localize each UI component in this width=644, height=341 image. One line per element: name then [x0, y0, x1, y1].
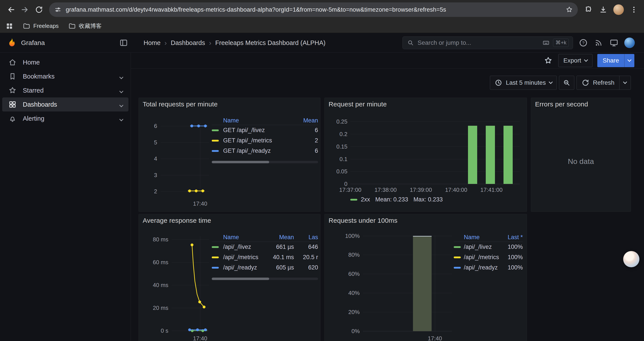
favorite-star-button[interactable]	[543, 55, 554, 66]
legend-name-header[interactable]: Name	[223, 117, 298, 124]
url-bar[interactable]: grafana.mathmast.com/d/deytv4rwavabkb/fr…	[49, 3, 578, 17]
refresh-split-button: Refresh	[576, 76, 631, 90]
legend-row[interactable]: /api/_/readyz 605 µs 620	[212, 262, 318, 273]
legend-row[interactable]: /api/_/livez 100%	[454, 242, 523, 252]
series-color-dash	[212, 140, 219, 142]
chevron-down-icon	[549, 80, 552, 84]
legend-row[interactable]: /api/_/livez 661 µs 646	[212, 242, 318, 252]
series-color-dash	[454, 267, 461, 269]
export-label: Export	[563, 57, 581, 64]
y-axis-tick: 0%	[325, 327, 360, 335]
x-axis-tick: 17:40	[182, 335, 218, 341]
sidebar-item-alerting[interactable]: Alerting	[2, 112, 128, 126]
news-button[interactable]	[594, 38, 604, 48]
y-axis-tick: 40%	[325, 289, 360, 296]
share-dropdown-button[interactable]	[624, 54, 634, 67]
browser-forward-button[interactable]	[18, 3, 32, 17]
series-mean: 6	[298, 127, 318, 134]
sidebar-item-dashboards[interactable]: Dashboards	[2, 97, 128, 112]
chevron-down-icon[interactable]	[120, 101, 123, 108]
chevron-down-icon	[623, 80, 627, 84]
refresh-button[interactable]: Refresh	[577, 76, 619, 90]
apps-grid-icon[interactable]	[6, 22, 13, 30]
keyboard-icon	[542, 39, 550, 46]
sidebar-toggle-button[interactable]	[119, 38, 128, 48]
panel-title[interactable]: Requests under 100ms	[328, 217, 398, 224]
bookmark-folder-freeleaps[interactable]: Freeleaps	[23, 22, 59, 30]
x-axis-tick: 17:40	[417, 335, 452, 341]
user-avatar[interactable]	[624, 38, 635, 48]
legend-scrollbar[interactable]	[212, 278, 318, 280]
panel-title[interactable]: Errors per second	[535, 101, 588, 108]
url-text: grafana.mathmast.com/d/deytv4rwavabkb/fr…	[66, 6, 566, 13]
star-icon	[8, 86, 17, 95]
sidebar-item-home[interactable]: Home	[2, 55, 128, 69]
legend-row[interactable]: /api/_/readyz 100%	[454, 262, 523, 273]
legend-scrollbar-thumb[interactable]	[212, 161, 269, 163]
chevron-down-icon[interactable]	[120, 87, 123, 94]
x-axis-tick: 17:41:00	[474, 186, 509, 193]
legend-row[interactable]: /api/_/metrics 100%	[454, 252, 523, 262]
browser-back-button[interactable]	[4, 3, 18, 17]
browser-menu-button[interactable]	[628, 4, 640, 16]
share-button[interactable]: Share	[597, 54, 624, 67]
sidebar-item-starred[interactable]: Starred	[2, 83, 128, 97]
help-icon: ?	[579, 38, 588, 47]
legend-scrollbar-thumb[interactable]	[212, 278, 269, 280]
legend: Name Mean GET /api/_/livez 6 GET /api/_/…	[212, 116, 318, 163]
legend-name-header[interactable]: Name	[223, 234, 268, 241]
legend-mean-header[interactable]: Mean	[298, 117, 318, 124]
export-button[interactable]: Export	[558, 54, 592, 67]
bookmark-label: Freeleaps	[33, 23, 59, 30]
display-button[interactable]	[609, 38, 619, 48]
series-color-dash	[212, 129, 219, 131]
legend-row[interactable]: /api/_/metrics 40.1 ms 20.5 r	[212, 252, 318, 262]
grafana-header: Grafana Home Dashboards Freeleaps Metric…	[0, 33, 644, 53]
brand-title: Grafana	[21, 33, 45, 53]
legend-last-header[interactable]: Las	[298, 234, 318, 241]
browser-profile-avatar[interactable]	[613, 5, 624, 15]
grafana-logo[interactable]	[6, 38, 17, 48]
chevron-down-icon[interactable]	[120, 115, 123, 122]
legend-row[interactable]: GET /api/_/livez 6	[212, 125, 318, 135]
assistant-avatar[interactable]	[623, 251, 640, 267]
puzzle-icon	[584, 6, 592, 14]
browser-reload-button[interactable]	[32, 3, 46, 17]
legend-last-header[interactable]: Last *	[504, 234, 523, 241]
legend-mean-header[interactable]: Mean	[268, 234, 294, 241]
zoom-out-button[interactable]	[559, 76, 574, 90]
chevron-down-icon[interactable]	[120, 73, 123, 80]
search-bar[interactable]: ⌘+k	[402, 37, 573, 49]
bookmark-star-icon[interactable]	[566, 6, 573, 14]
panel-errors-per-second: Errors per second No data	[531, 98, 631, 212]
bell-icon	[8, 114, 17, 123]
y-axis-tick: 0.2	[325, 131, 348, 138]
x-axis-tick: 17:37:00	[333, 186, 368, 193]
legend-name-header[interactable]: Name	[464, 234, 504, 241]
legend-row[interactable]: GET /api/_/readyz 6	[212, 146, 318, 156]
series-mean: 6	[298, 147, 318, 154]
time-range-button[interactable]: Last 5 minutes	[490, 76, 557, 90]
search-input[interactable]	[418, 39, 539, 46]
refresh-interval-button[interactable]	[619, 76, 631, 90]
legend-row[interactable]: GET /api/_/metrics 2	[212, 135, 318, 146]
legend-scrollbar[interactable]	[212, 161, 318, 163]
series-color-dash	[212, 267, 219, 269]
sidebar-item-bookmarks[interactable]: Bookmarks	[2, 69, 128, 83]
bar-2xx	[486, 126, 495, 184]
chevron-down-icon	[627, 58, 631, 62]
downloads-button[interactable]	[597, 4, 609, 16]
panel-title[interactable]: Request per minute	[328, 101, 387, 108]
breadcrumb-separator	[209, 39, 211, 47]
download-icon	[599, 6, 608, 14]
series-mean: 40.1 ms	[268, 254, 294, 261]
dock-sidebar-icon	[119, 38, 128, 47]
y-axis-tick: 0.05	[325, 168, 348, 175]
series-name[interactable]: 2xx	[361, 196, 370, 203]
breadcrumb-home[interactable]: Home	[144, 39, 160, 47]
bookmark-folder-blog[interactable]: 收藏博客	[68, 22, 102, 30]
breadcrumb-dashboards[interactable]: Dashboards	[171, 39, 205, 47]
site-settings-icon[interactable]	[54, 6, 62, 13]
extensions-button[interactable]	[582, 4, 594, 16]
help-button[interactable]: ?	[578, 38, 588, 48]
